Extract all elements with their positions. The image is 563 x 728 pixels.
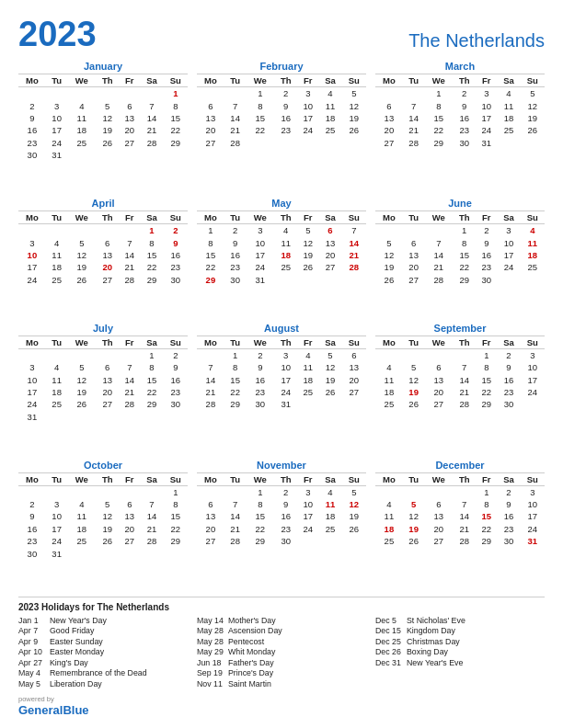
- calendar-day: 23: [476, 261, 497, 273]
- calendar-day: 5: [67, 236, 96, 248]
- holiday-column: May 14Mother's DayMay 28Ascension DayMay…: [197, 616, 366, 690]
- holiday-name: Easter Sunday: [50, 637, 103, 646]
- calendar-day: 17: [46, 523, 68, 535]
- weekday-header: Sa: [140, 210, 163, 223]
- calendar-day: 7: [403, 99, 425, 111]
- calendar-day: [164, 149, 188, 161]
- calendar-day: [197, 87, 224, 100]
- calendar-day: 15: [140, 249, 163, 261]
- calendar-day: 8: [224, 361, 247, 373]
- calendar-day: 15: [140, 373, 163, 385]
- calendar-day: 24: [18, 273, 46, 285]
- holiday-name: New Year's Day: [50, 616, 107, 625]
- calendar-day: 11: [297, 361, 318, 373]
- calendar-day: 19: [96, 523, 119, 535]
- calendar-day: 7: [140, 498, 163, 510]
- calendar-day: [18, 485, 46, 498]
- calendar-day: 15: [224, 373, 247, 385]
- calendar-day: 31: [521, 535, 545, 547]
- calendar-day: 11: [375, 373, 403, 385]
- calendar-day: [375, 87, 403, 100]
- weekday-header: We: [67, 336, 96, 348]
- calendar-day: 27: [197, 137, 224, 149]
- weekday-header: Su: [164, 210, 188, 223]
- month-table: MoTuWeThFrSaSu12345678910111213141516171…: [375, 74, 545, 149]
- weekday-header: Su: [342, 74, 366, 87]
- calendar-day: 12: [342, 99, 366, 111]
- calendar-day: 20: [197, 523, 224, 535]
- calendar-day: 17: [521, 510, 545, 522]
- calendar-day: 26: [67, 398, 96, 410]
- calendar-day: 10: [46, 112, 68, 124]
- calendar-day: 23: [497, 523, 520, 535]
- calendar-day: 19: [67, 261, 96, 273]
- weekday-header: Mo: [18, 472, 46, 485]
- calendar-day: 27: [119, 137, 140, 149]
- weekday-header: We: [246, 472, 274, 485]
- calendar-day: 29: [164, 137, 188, 149]
- calendar-day: 3: [246, 223, 274, 236]
- calendar-day: 7: [197, 361, 224, 373]
- holiday-date: Dec 5: [375, 616, 403, 625]
- calendar-day: 11: [67, 510, 96, 522]
- calendar-day: [46, 485, 68, 498]
- calendar-day: [67, 87, 96, 100]
- calendar-day: 30: [18, 149, 46, 161]
- calendar-day: 12: [297, 236, 318, 248]
- calendar-day: 24: [476, 124, 497, 136]
- calendar-day: 28: [424, 273, 453, 285]
- weekday-header: We: [424, 210, 453, 223]
- holiday-item: May 29Whit Monday: [197, 647, 366, 656]
- holiday-name: Good Friday: [50, 626, 94, 635]
- calendar-day: 3: [18, 236, 46, 248]
- weekday-header: Tu: [46, 472, 68, 485]
- month-name: December: [375, 460, 545, 471]
- calendar-day: 30: [453, 137, 476, 149]
- calendar-day: 2: [164, 348, 188, 361]
- calendar-day: 16: [497, 373, 520, 385]
- calendar-day: 8: [246, 99, 274, 111]
- calendar-day: 20: [197, 124, 224, 136]
- month-block-july: JulyMoTuWeThFrSaSu1234567891011121314151…: [18, 323, 188, 454]
- calendar-day: 12: [403, 510, 425, 522]
- calendar-day: [96, 547, 119, 559]
- weekday-header: We: [67, 74, 96, 87]
- calendar-day: 15: [246, 510, 274, 522]
- calendar-day: 29: [246, 535, 274, 547]
- holiday-date: Apr 9: [18, 637, 46, 646]
- holiday-date: May 28: [197, 637, 224, 646]
- calendar-day: 6: [96, 236, 119, 248]
- calendar-day: [403, 485, 425, 498]
- calendar-day: 7: [140, 99, 163, 111]
- weekday-header: We: [424, 472, 453, 485]
- calendar-day: 22: [246, 523, 274, 535]
- calendar-day: 8: [476, 498, 497, 510]
- calendar-day: [18, 87, 46, 100]
- month-table: MoTuWeThFrSaSu12345678910111213141516171…: [18, 210, 188, 286]
- weekday-header: Su: [521, 472, 545, 485]
- calendar-day: 29: [197, 273, 224, 285]
- calendar-day: 24: [497, 261, 520, 273]
- calendar-day: 28: [403, 137, 425, 149]
- calendar-day: 21: [453, 523, 476, 535]
- calendar-day: 21: [197, 386, 224, 398]
- calendar-day: [224, 87, 247, 100]
- calendar-day: 11: [46, 249, 68, 261]
- calendar-day: 2: [274, 485, 297, 498]
- holiday-date: Sep 19: [197, 668, 224, 677]
- calendar-day: 24: [246, 261, 274, 273]
- calendar-day: 8: [140, 236, 163, 248]
- calendar-day: 22: [224, 386, 247, 398]
- calendar-day: 1: [224, 348, 247, 361]
- calendar-day: 24: [18, 398, 46, 410]
- calendar-day: 28: [224, 535, 247, 547]
- weekday-header: Fr: [297, 74, 318, 87]
- calendar-day: 11: [318, 99, 341, 111]
- calendar-day: 24: [46, 137, 68, 149]
- calendar-day: 16: [164, 249, 188, 261]
- calendar-day: 23: [224, 261, 247, 273]
- calendar-day: [424, 485, 453, 498]
- month-table: MoTuWeThFrSaSu12345678910111213141516171…: [197, 336, 366, 411]
- calendar-day: [375, 348, 403, 361]
- weekday-header: Th: [274, 74, 297, 87]
